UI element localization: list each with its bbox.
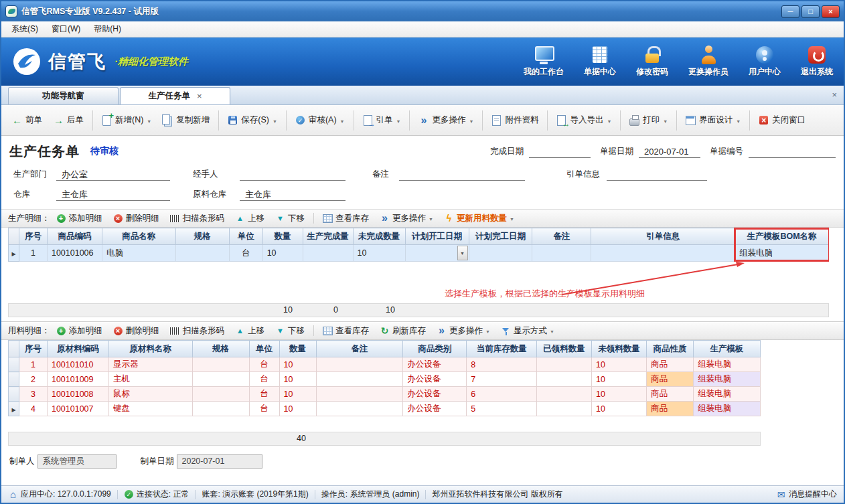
table-cell[interactable] bbox=[316, 372, 403, 387]
table-cell[interactable]: 台 bbox=[249, 357, 279, 372]
detail-toolbar-button[interactable]: 添加明细 bbox=[52, 211, 107, 226]
detail-toolbar-button[interactable]: 更新用料数量 bbox=[439, 211, 519, 226]
table-cell[interactable]: 显示器 bbox=[108, 357, 192, 372]
column-header[interactable]: 计划开工日期 bbox=[405, 228, 469, 245]
table-cell[interactable]: 组装电脑 bbox=[693, 372, 760, 387]
table-cell[interactable]: 100101008 bbox=[47, 387, 108, 402]
table-cell[interactable]: 10 bbox=[279, 357, 316, 372]
table-row[interactable]: 3100101008鼠标台10办公设备610商品组装电脑 bbox=[9, 387, 761, 402]
column-header[interactable]: 商品编码 bbox=[47, 228, 102, 245]
close-button[interactable]: × bbox=[822, 5, 840, 18]
table-cell[interactable] bbox=[405, 245, 469, 262]
toolbar-button[interactable]: 导入导出 bbox=[551, 108, 617, 132]
tab-close-icon[interactable]: × bbox=[197, 91, 202, 101]
table-cell[interactable]: 100101006 bbox=[47, 245, 102, 262]
table-cell[interactable]: 3 bbox=[19, 387, 47, 402]
field-input[interactable]: 主仓库 bbox=[240, 188, 345, 201]
detail-toolbar-button[interactable]: 更多操作 bbox=[375, 211, 438, 226]
field-input[interactable] bbox=[749, 145, 836, 158]
table-cell[interactable]: 10 bbox=[279, 387, 316, 402]
column-header[interactable]: 计划完工日期 bbox=[469, 228, 532, 245]
table-row[interactable]: 4100101007键盘台10办公设备510商品组装电脑 bbox=[9, 402, 761, 416]
row-indicator[interactable] bbox=[9, 372, 19, 387]
table-cell[interactable]: 键盘 bbox=[108, 402, 192, 416]
table-cell[interactable]: 5 bbox=[467, 402, 537, 416]
detail-toolbar-button[interactable]: 显示方式 bbox=[496, 323, 559, 339]
table-cell[interactable]: 10 bbox=[279, 372, 316, 387]
table-cell[interactable]: 10 bbox=[592, 372, 647, 387]
toolbar-button[interactable]: 关闭窗口 bbox=[753, 108, 811, 132]
banner-action-button[interactable]: 用户中心 bbox=[749, 46, 781, 78]
column-header[interactable]: 数量 bbox=[279, 341, 316, 357]
field-input[interactable] bbox=[399, 168, 525, 181]
banner-action-button[interactable]: 单据中心 bbox=[584, 46, 616, 78]
column-header[interactable]: 未完成数量 bbox=[353, 228, 405, 245]
dropdown-button[interactable] bbox=[457, 246, 468, 260]
column-header[interactable]: 原材料编码 bbox=[47, 341, 108, 357]
detail-toolbar-button[interactable]: 下移 bbox=[271, 323, 309, 339]
toolbar-button[interactable]: 更多操作 bbox=[413, 108, 479, 132]
table-cell[interactable]: 办公设备 bbox=[403, 387, 467, 402]
minimize-button[interactable]: ─ bbox=[781, 5, 799, 18]
field-input[interactable] bbox=[240, 168, 345, 181]
table-cell[interactable] bbox=[532, 245, 591, 262]
table-cell[interactable]: 6 bbox=[467, 387, 537, 402]
detail-toolbar-button[interactable]: 删除明细 bbox=[108, 323, 164, 339]
table-cell[interactable]: 组装电脑 bbox=[693, 357, 760, 372]
column-header[interactable]: 生产模板 bbox=[693, 341, 760, 357]
toolbar-button[interactable]: 保存(S) bbox=[222, 108, 283, 132]
table-cell[interactable] bbox=[537, 387, 592, 402]
detail-toolbar-button[interactable]: 查看库存 bbox=[318, 211, 374, 226]
table-cell[interactable] bbox=[303, 245, 353, 262]
table-cell[interactable] bbox=[175, 245, 229, 262]
column-header[interactable]: 规格 bbox=[175, 228, 229, 245]
column-header[interactable]: 商品性质 bbox=[647, 341, 694, 357]
column-header[interactable]: 原材料名称 bbox=[108, 341, 192, 357]
row-indicator[interactable] bbox=[9, 245, 19, 262]
toolbar-button[interactable]: 界面设计 bbox=[680, 108, 746, 132]
field-input[interactable]: 2020-07-01 bbox=[639, 145, 700, 158]
toolbar-button[interactable]: 后单 bbox=[48, 108, 89, 132]
column-header[interactable]: 数量 bbox=[262, 228, 303, 245]
detail-toolbar-button[interactable]: 上移 bbox=[230, 323, 269, 339]
table-cell[interactable]: 商品 bbox=[647, 357, 694, 372]
banner-action-button[interactable]: 我的工作台 bbox=[524, 46, 564, 78]
table-cell[interactable]: 台 bbox=[249, 387, 279, 402]
banner-action-button[interactable]: 更换操作员 bbox=[688, 46, 728, 78]
column-header[interactable]: 备注 bbox=[532, 228, 591, 245]
column-header[interactable]: 生产完成量 bbox=[303, 228, 353, 245]
column-header[interactable]: 引单信息 bbox=[591, 228, 735, 245]
table-cell[interactable]: 100101010 bbox=[47, 357, 108, 372]
column-header[interactable]: 序号 bbox=[19, 341, 47, 357]
toolbar-button[interactable]: 复制新增 bbox=[157, 108, 215, 132]
banner-action-button[interactable]: 修改密码 bbox=[636, 46, 668, 78]
table-cell[interactable] bbox=[192, 357, 249, 372]
table-cell[interactable]: 台 bbox=[249, 372, 279, 387]
table-cell[interactable] bbox=[591, 245, 735, 262]
table-cell[interactable]: 100101009 bbox=[47, 372, 108, 387]
table-row[interactable]: 1100101006电脑台1010组装电脑 bbox=[9, 245, 829, 262]
banner-action-button[interactable]: 退出系统 bbox=[801, 46, 833, 78]
detail-toolbar-button[interactable]: 扫描条形码 bbox=[165, 323, 230, 339]
detail-toolbar-button[interactable]: 上移 bbox=[230, 211, 269, 226]
table-cell[interactable] bbox=[192, 387, 249, 402]
table-cell[interactable]: 鼠标 bbox=[108, 387, 192, 402]
tab-active[interactable]: 生产任务单× bbox=[120, 87, 230, 104]
row-indicator[interactable] bbox=[9, 357, 19, 372]
table-cell[interactable] bbox=[192, 402, 249, 416]
table-cell[interactable]: 8 bbox=[467, 357, 537, 372]
table-cell[interactable]: 主机 bbox=[108, 372, 192, 387]
table-cell[interactable] bbox=[316, 387, 403, 402]
table-cell[interactable]: 台 bbox=[249, 402, 279, 416]
menu-item[interactable]: 系统(S) bbox=[5, 21, 44, 37]
table-cell[interactable]: 电脑 bbox=[102, 245, 175, 262]
maker-field[interactable]: 系统管理员 bbox=[37, 454, 117, 469]
detail-toolbar-button[interactable]: 下移 bbox=[271, 211, 309, 226]
table-cell[interactable]: 2 bbox=[19, 372, 47, 387]
detail-toolbar-button[interactable]: 扫描条形码 bbox=[165, 211, 230, 226]
table-cell[interactable]: 台 bbox=[229, 245, 262, 262]
toolbar-button[interactable]: 新增(N) bbox=[96, 108, 157, 132]
field-input[interactable]: 办公室 bbox=[56, 168, 170, 181]
table-cell[interactable]: 7 bbox=[467, 372, 537, 387]
detail-toolbar-button[interactable]: 刷新库存 bbox=[375, 323, 431, 339]
